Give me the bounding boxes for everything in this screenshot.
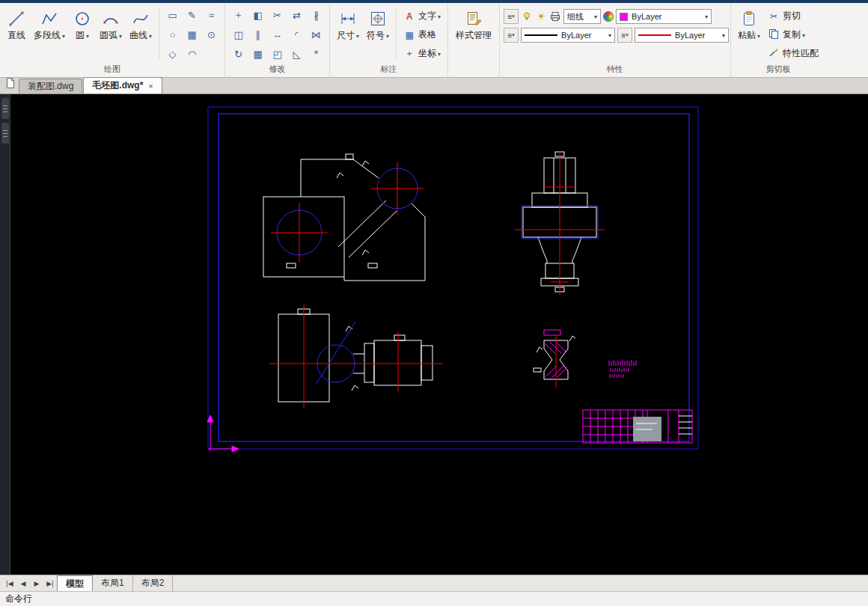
line-label: 直线 xyxy=(7,29,25,42)
table-button[interactable]: ▦ 表格 xyxy=(400,25,444,44)
paste-icon xyxy=(739,9,759,28)
tab-layout1[interactable]: 布局1 xyxy=(93,575,133,591)
next-tab-icon[interactable]: ▶ xyxy=(30,575,43,591)
tab-layout2[interactable]: 布局2 xyxy=(133,575,174,591)
arc-small-icon[interactable]: ◠ xyxy=(183,44,201,64)
polyline-button[interactable]: 多段线 xyxy=(31,5,68,61)
color-wheel-icon[interactable] xyxy=(603,11,614,22)
arc-button[interactable]: 圆弧 xyxy=(97,5,125,61)
view-bottom-left xyxy=(269,304,443,408)
title-block xyxy=(583,410,692,443)
break-icon[interactable]: ∦ xyxy=(307,5,326,25)
draw-icon-grid: ▭ ○ ◇ ✎ ▦ ◠ ≈ ⊙ xyxy=(163,5,221,64)
copy-icon[interactable]: ◫ xyxy=(229,25,248,44)
scale-icon[interactable]: ◰ xyxy=(268,44,287,64)
doc-tab-assembly[interactable]: 装配图.dwg xyxy=(19,79,82,94)
text-icon: A xyxy=(403,11,415,22)
hatch-icon[interactable]: ▦ xyxy=(183,25,201,44)
stretch-icon[interactable]: ⇄ xyxy=(287,5,306,25)
symbol-label: 符号 xyxy=(367,29,389,42)
clipboard-panel: 粘贴 ✂ 剪切 复制 特性匹配 xyxy=(731,3,825,77)
cut-icon: ✂ xyxy=(768,11,780,22)
last-tab-icon[interactable]: ▶| xyxy=(43,575,57,591)
polygon-icon[interactable]: ◇ xyxy=(163,44,182,64)
line-button[interactable]: 直线 xyxy=(4,5,29,61)
coordinate-button[interactable]: ＋ 坐标 xyxy=(400,44,444,63)
trim-icon[interactable]: ✂ xyxy=(268,5,287,25)
copy-button[interactable]: 复制 xyxy=(765,25,822,44)
properties-panel-label: 特性 xyxy=(500,63,730,77)
extend-icon[interactable]: ↔ xyxy=(268,25,287,44)
paste-label: 粘贴 xyxy=(738,29,760,42)
array-icon[interactable]: ▦ xyxy=(248,44,267,64)
doc-tab-label: 毛坯图.dwg* xyxy=(92,79,143,92)
dimstyle-select[interactable]: ByLayer xyxy=(635,28,729,43)
paste-button[interactable]: 粘贴 xyxy=(735,5,763,61)
copy-label: 复制 xyxy=(783,28,805,41)
linetype-menu-icon[interactable]: ≡ xyxy=(504,28,519,43)
daylight-icon[interactable]: ☀ xyxy=(535,10,547,22)
fillet-icon[interactable]: ◜ xyxy=(287,25,306,44)
drawing-canvas[interactable] xyxy=(10,94,868,575)
symbol-button[interactable]: 符号 xyxy=(364,5,392,61)
linetype-value: ByLayer xyxy=(561,31,591,40)
rotate-icon[interactable]: ↻ xyxy=(229,44,248,64)
lineweight-select[interactable]: 细线 xyxy=(563,9,601,24)
plot-style-icon[interactable] xyxy=(549,10,561,22)
tab-model[interactable]: 模型 xyxy=(57,575,93,591)
table-label: 表格 xyxy=(418,28,436,41)
style-manager-icon xyxy=(464,9,483,28)
wave-icon[interactable]: ≈ xyxy=(202,5,221,25)
symbol-icon xyxy=(368,9,388,28)
join-icon[interactable]: ⋈ xyxy=(307,25,326,44)
palette-tab-icon[interactable] xyxy=(1,98,9,119)
first-tab-icon[interactable]: |◀ xyxy=(3,575,16,591)
drawing-frame xyxy=(208,107,698,449)
match-properties-label: 特性匹配 xyxy=(783,47,819,60)
line-icon xyxy=(7,9,26,28)
modify-panel: ＋ ◫ ↻ ◧ ∥ ▦ ✂ ↔ ◰ ⇄ ◜ ◺ ∦ ⋈ ＊ 修改 xyxy=(225,3,330,77)
draw-panel: 直线 多段线 圆 圆弧 xyxy=(0,3,225,77)
workspace xyxy=(0,94,868,575)
ellipse-icon[interactable]: ○ xyxy=(163,25,182,44)
sketch-icon[interactable]: ✎ xyxy=(183,5,201,25)
panel-separator xyxy=(159,8,159,61)
clipboard-panel-label: 剪切板 xyxy=(731,63,825,77)
command-line[interactable]: 命令行 xyxy=(0,591,868,606)
spline-button[interactable]: 曲线 xyxy=(126,5,155,61)
model-space xyxy=(10,94,868,575)
move-icon[interactable]: ＋ xyxy=(229,5,248,25)
polyline-icon xyxy=(40,9,59,28)
panel-separator xyxy=(396,8,397,61)
dimstyle-menu-icon[interactable]: ≡ xyxy=(617,28,632,43)
offset-icon[interactable]: ∥ xyxy=(248,25,267,44)
close-tab-icon[interactable]: × xyxy=(148,82,153,91)
layer-menu-icon[interactable]: ≡ xyxy=(504,9,519,24)
prev-tab-icon[interactable]: ◀ xyxy=(16,575,30,591)
layer-on-icon[interactable] xyxy=(521,10,533,22)
match-properties-button[interactable]: 特性匹配 xyxy=(765,44,822,63)
text-label: 文字 xyxy=(418,10,441,22)
text-button[interactable]: A 文字 xyxy=(400,7,444,25)
dimension-button[interactable]: 尺寸 xyxy=(334,5,362,61)
doc-tab-blank-drawing[interactable]: 毛坯图.dwg* × xyxy=(83,77,162,94)
chamfer-icon[interactable]: ◺ xyxy=(287,44,306,64)
dimline-sample xyxy=(638,34,671,36)
explode-icon[interactable]: ＊ xyxy=(307,44,326,64)
layout-tab-bar: |◀ ◀ ▶ ▶| 模型 布局1 布局2 xyxy=(0,575,868,591)
rectangle-icon[interactable]: ▭ xyxy=(163,5,182,25)
circle-button[interactable]: 圆 xyxy=(70,5,95,61)
library-tab-icon[interactable] xyxy=(1,123,9,144)
arc-icon xyxy=(101,9,120,28)
circle-icon xyxy=(73,9,92,28)
cut-button[interactable]: ✂ 剪切 xyxy=(765,7,822,25)
side-toolbar xyxy=(0,94,10,575)
point-icon[interactable]: ⊙ xyxy=(202,25,221,44)
spline-icon xyxy=(131,9,150,28)
view-section-detail xyxy=(534,330,575,388)
style-panel: 样式管理 xyxy=(448,3,500,77)
linetype-select[interactable]: ByLayer xyxy=(521,28,615,43)
mirror-icon[interactable]: ◧ xyxy=(248,5,267,25)
color-select[interactable]: ByLayer xyxy=(616,9,712,24)
style-manager-button[interactable]: 样式管理 xyxy=(452,5,495,61)
